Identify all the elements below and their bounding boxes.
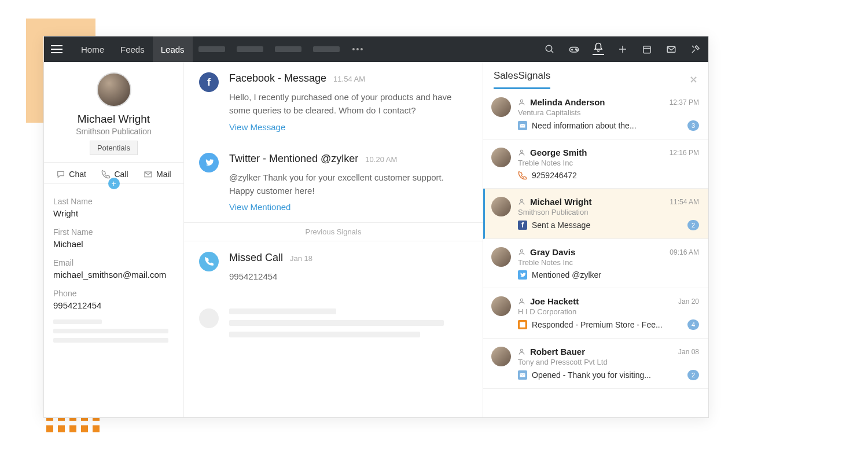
signal-avatar xyxy=(491,148,511,167)
nav-placeholder xyxy=(198,46,225,52)
view-message-link[interactable]: View Message xyxy=(229,122,468,132)
contact-actions: Chat Call Mail + xyxy=(44,163,183,184)
signal-avatar xyxy=(491,197,511,216)
nav-home[interactable]: Home xyxy=(73,36,112,62)
feed-item-facebook: f Facebook - Message 11.54 AM Hello, I r… xyxy=(184,62,483,142)
signal-time: Jan 08 xyxy=(678,348,699,356)
signal-action-text: Mentioned @zylker xyxy=(532,270,601,280)
feed-time: 10.20 AM xyxy=(365,155,397,164)
mail-icon[interactable] xyxy=(665,43,677,55)
signal-item[interactable]: Melinda Anderson12:37 PMVentura Capitali… xyxy=(483,89,708,139)
nav-placeholder xyxy=(275,46,301,52)
person-icon xyxy=(518,348,525,355)
placeholder-line xyxy=(229,308,336,314)
mail-icon xyxy=(518,121,527,130)
lead-company: Smithson Publication xyxy=(51,127,176,136)
field-value: Wright xyxy=(53,208,174,218)
signal-name: Joe Hackett xyxy=(530,296,579,306)
placeholder-line xyxy=(229,332,420,337)
field-firstname: First Name Michael xyxy=(53,227,174,249)
field-value: michael_smithson@mail.com xyxy=(53,270,174,280)
app-window: Home Feeds Leads ••• Michael Wright Smit… xyxy=(43,36,709,418)
feed-title: Twitter - Mentioned @zylker xyxy=(229,153,358,165)
signal-avatar xyxy=(491,296,511,316)
mail-label: Mail xyxy=(156,170,171,179)
view-mentioned-link[interactable]: View Mentioned xyxy=(229,202,468,212)
plus-icon[interactable] xyxy=(617,43,628,55)
signal-action: Opened - Thank you for visiting...2 xyxy=(518,370,699,380)
person-icon xyxy=(518,198,525,205)
field-label: Phone xyxy=(53,289,174,298)
close-icon[interactable]: ✕ xyxy=(689,74,698,86)
signal-avatar xyxy=(491,247,511,267)
signal-action-text: Responded - Premium Store - Fee... xyxy=(532,320,663,329)
lead-details: Last Name Wright First Name Michael Emai… xyxy=(44,184,183,354)
svg-point-13 xyxy=(520,100,523,102)
signal-item[interactable]: George Smith12:16 PMTreble Notes Inc9259… xyxy=(483,139,708,189)
tw-icon xyxy=(518,270,527,280)
feed-item-twitter: Twitter - Mentioned @zylker 10.20 AM @zy… xyxy=(184,142,483,223)
add-action-button[interactable]: + xyxy=(108,178,120,189)
signal-item[interactable]: Robert BauerJan 08Tony and Presscott Pvt… xyxy=(483,339,708,389)
svg-point-17 xyxy=(520,249,523,252)
potentials-badge[interactable]: Potentials xyxy=(90,141,138,155)
svg-point-0 xyxy=(546,45,552,52)
feed-body-text: Hello, I recently purchased one of your … xyxy=(229,90,468,117)
signal-time: 12:37 PM xyxy=(670,98,699,106)
nav-placeholder xyxy=(313,46,340,52)
chat-icon xyxy=(56,170,65,179)
facebook-icon: f xyxy=(199,72,219,92)
gamepad-icon[interactable] xyxy=(568,43,580,55)
feed-title: Missed Call xyxy=(229,252,283,264)
mail-icon xyxy=(518,370,527,380)
signal-action: fSent a Message2 xyxy=(518,220,699,230)
signal-action-text: Opened - Thank you for visiting... xyxy=(532,370,651,380)
profile-pane: Michael Wright Smithson Publication Pote… xyxy=(44,62,184,417)
signal-company: Smithson Publication xyxy=(518,208,699,216)
signal-avatar xyxy=(491,97,511,117)
person-icon xyxy=(518,297,525,305)
feed-time: Jan 18 xyxy=(290,254,312,263)
field-value: 9954212454 xyxy=(53,300,174,310)
signal-company: Tony and Presscott Pvt Ltd xyxy=(518,358,699,366)
nav-feeds[interactable]: Feeds xyxy=(112,36,153,62)
nav-placeholder xyxy=(237,46,263,52)
svg-point-18 xyxy=(520,299,523,301)
field-label: Email xyxy=(53,258,174,267)
menu-icon[interactable] xyxy=(51,45,62,53)
signal-action: Responded - Premium Store - Fee...4 xyxy=(518,319,699,330)
signal-item[interactable]: Joe HackettJan 20H I D CorporationRespon… xyxy=(483,288,708,339)
signal-company: Ventura Capitalists xyxy=(518,108,699,117)
signals-header: SalesSignals ✕ xyxy=(483,62,708,89)
signal-badge: 2 xyxy=(687,370,699,380)
signal-name: Robert Bauer xyxy=(530,347,585,357)
svg-rect-9 xyxy=(643,46,650,53)
feed-body-text: @zylker Thank you for your excellent cus… xyxy=(229,171,468,198)
placeholder-line xyxy=(53,338,168,343)
nav-more-icon[interactable]: ••• xyxy=(352,45,365,54)
calendar-icon[interactable] xyxy=(641,43,653,55)
signal-item[interactable]: Gray Davis09:16 AMTreble Notes IncMentio… xyxy=(483,239,708,288)
nav-leads[interactable]: Leads xyxy=(153,36,193,62)
survey-icon xyxy=(518,320,527,329)
mail-button[interactable]: Mail xyxy=(144,170,171,179)
tools-icon[interactable] xyxy=(690,43,701,55)
field-lastname: Last Name Wright xyxy=(53,197,174,218)
chat-button[interactable]: Chat xyxy=(56,170,86,179)
twitter-icon xyxy=(199,153,219,172)
feed-pane: f Facebook - Message 11.54 AM Hello, I r… xyxy=(184,62,483,417)
signal-company: H I D Corporation xyxy=(518,307,699,316)
field-label: First Name xyxy=(53,227,174,237)
signal-item[interactable]: Michael Wright11:54 AMSmithson Publicati… xyxy=(483,189,708,239)
svg-point-6 xyxy=(576,50,578,51)
svg-point-20 xyxy=(520,349,523,351)
signal-action: 9259246472 xyxy=(518,171,699,180)
field-email: Email michael_smithson@mail.com xyxy=(53,258,174,280)
search-icon[interactable] xyxy=(544,43,556,55)
feed-item-placeholder xyxy=(184,298,483,354)
bell-icon[interactable] xyxy=(593,43,604,55)
signal-action: Need information about the...3 xyxy=(518,120,699,131)
person-icon xyxy=(518,98,525,106)
main-area: Michael Wright Smithson Publication Pote… xyxy=(44,62,708,417)
signals-list: Melinda Anderson12:37 PMVentura Capitali… xyxy=(483,89,708,417)
